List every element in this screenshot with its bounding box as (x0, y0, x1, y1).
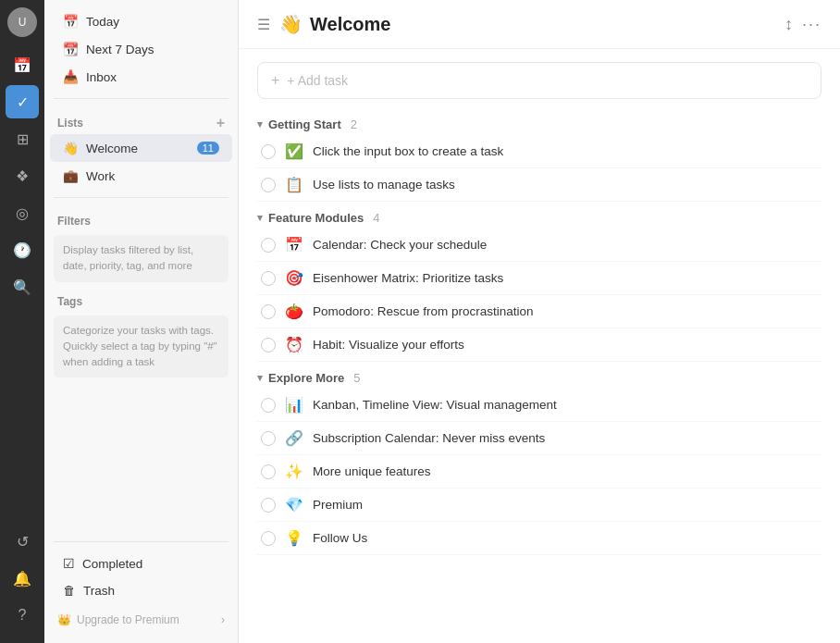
sidebar-item-completed[interactable]: ☑ Completed (50, 550, 232, 577)
target-nav-icon[interactable]: ◎ (6, 196, 39, 229)
section-feature-modules[interactable]: ▾ Feature Modules 4 (257, 202, 821, 229)
sidebar-item-label: Work (86, 169, 115, 183)
divider-3 (54, 541, 229, 542)
task-item[interactable]: 📅 Calendar: Check your schedule ≡ (257, 229, 821, 262)
sidebar-item-label: Welcome (86, 142, 138, 155)
help-nav-icon[interactable]: ? (6, 599, 39, 632)
task-item[interactable]: 💎 Premium ≡ (257, 488, 821, 522)
welcome-icon: 👋 (63, 141, 79, 155)
calendar-icon: 📅 (63, 14, 79, 29)
sidebar-item-inbox[interactable]: 📥 Inbox (50, 63, 232, 91)
task-emoji: 💎 (285, 496, 303, 513)
task-checkbox[interactable] (261, 531, 276, 546)
sort-icon[interactable]: ↕ (784, 15, 793, 34)
task-checkbox[interactable] (261, 304, 276, 319)
header-actions: ↕ ··· (784, 15, 821, 34)
filters-description: Display tasks filtered by list, date, pr… (54, 235, 229, 282)
add-icon: + (271, 72, 279, 89)
section-count: 4 (373, 211, 379, 225)
section-title: Feature Modules (268, 211, 364, 225)
completed-icon: ☑ (63, 556, 75, 571)
sidebar: 📅 Today 📆 Next 7 Days 📥 Inbox Lists + 👋 … (44, 0, 239, 643)
task-item[interactable]: 🔗 Subscription Calendar: Never miss even… (257, 422, 821, 455)
task-emoji: 🎯 (285, 269, 303, 287)
task-text: Click the input box to create a task (313, 144, 801, 158)
task-text: Calendar: Check your schedule (313, 238, 801, 252)
task-item[interactable]: ✨ More unique features ≡ (257, 455, 821, 488)
chevron-down-icon: ▾ (257, 212, 263, 224)
sidebar-item-work[interactable]: 💼 Work (50, 162, 232, 190)
sidebar-item-today[interactable]: 📅 Today (50, 7, 232, 35)
crown-icon: 👑 (57, 613, 71, 626)
lists-label: Lists (57, 117, 83, 130)
sidebar-item-next7[interactable]: 📆 Next 7 Days (50, 35, 232, 63)
task-item[interactable]: 🍅 Pomodoro: Rescue from procrastination … (257, 295, 821, 328)
task-checkbox[interactable] (261, 464, 276, 479)
sidebar-item-trash[interactable]: 🗑 Trash (50, 577, 232, 604)
filters-label: Filters (57, 215, 91, 228)
sidebar-item-label: Trash (83, 584, 115, 598)
tasks-nav-icon[interactable]: ✓ (6, 85, 39, 118)
work-icon: 💼 (63, 168, 79, 183)
task-emoji: 🍅 (285, 303, 303, 320)
task-text: Premium (313, 498, 801, 512)
grid-nav-icon[interactable]: ⊞ (6, 122, 39, 155)
task-item[interactable]: ✅ Click the input box to create a task ≡ (257, 135, 821, 168)
search-nav-icon[interactable]: 🔍 (6, 270, 39, 303)
trash-icon: 🗑 (63, 584, 76, 598)
lists-section-header: Lists + (44, 106, 238, 134)
sidebar-bottom: ☑ Completed 🗑 Trash 👑 Upgrade to Premium… (44, 534, 238, 636)
title-emoji: 👋 (279, 13, 303, 35)
add-task-bar[interactable]: + + Add task (257, 62, 821, 99)
task-checkbox[interactable] (261, 498, 276, 513)
filters-section-header: Filters (44, 205, 238, 231)
task-text: Follow Us (313, 531, 801, 545)
main-content: ☰ 👋 Welcome ↕ ··· + + Add task ▾ Getting… (239, 0, 840, 643)
bell-nav-icon[interactable]: 🔔 (6, 562, 39, 595)
apps-nav-icon[interactable]: ❖ (6, 159, 39, 192)
task-text: Eisenhower Matrix: Prioritize tasks (313, 271, 801, 285)
refresh-nav-icon[interactable]: ↺ (6, 525, 39, 558)
sidebar-item-welcome[interactable]: 👋 Welcome 11 (50, 134, 232, 162)
task-checkbox[interactable] (261, 178, 276, 192)
task-emoji: ⏰ (285, 336, 303, 353)
upgrade-label: Upgrade to Premium (77, 613, 179, 626)
tags-label: Tags (57, 295, 82, 308)
more-options-icon[interactable]: ··· (802, 15, 821, 34)
task-item[interactable]: 📋 Use lists to manage tasks ≡ (257, 168, 821, 202)
task-item[interactable]: 💡 Follow Us ≡ (257, 522, 821, 555)
task-checkbox[interactable] (261, 431, 276, 446)
chevron-down-icon: ▾ (257, 118, 263, 130)
task-emoji: 💡 (285, 529, 303, 547)
icon-bar: U 📅 ✓ ⊞ ❖ ◎ 🕐 🔍 ↺ 🔔 ? (0, 0, 44, 643)
sidebar-item-label: Next 7 Days (86, 43, 154, 56)
task-checkbox[interactable] (261, 238, 276, 253)
task-checkbox[interactable] (261, 338, 276, 352)
avatar[interactable]: U (7, 7, 37, 37)
today-nav-icon[interactable]: 📅 (6, 48, 39, 81)
section-title: Explore More (268, 371, 344, 385)
task-emoji: 📅 (285, 236, 303, 253)
add-list-button[interactable]: + (216, 116, 225, 130)
section-getting-start[interactable]: ▾ Getting Start 2 (257, 108, 821, 135)
task-text: Kanban, Timeline View: Visual management (313, 398, 801, 412)
chevron-down-icon: ▾ (257, 372, 263, 384)
upgrade-bar[interactable]: 👑 Upgrade to Premium › (44, 604, 238, 636)
page-title-area: 👋 Welcome (279, 13, 775, 35)
task-item[interactable]: 🎯 Eisenhower Matrix: Prioritize tasks ≡ (257, 262, 821, 295)
menu-icon[interactable]: ☰ (257, 16, 270, 33)
task-item[interactable]: 📊 Kanban, Timeline View: Visual manageme… (257, 389, 821, 422)
main-header: ☰ 👋 Welcome ↕ ··· (239, 0, 840, 49)
task-checkbox[interactable] (261, 144, 276, 159)
task-checkbox[interactable] (261, 398, 276, 413)
tags-description: Categorize your tasks with tags. Quickly… (54, 315, 229, 378)
tags-section-header: Tags (44, 286, 238, 312)
welcome-badge: 11 (197, 142, 219, 155)
task-checkbox[interactable] (261, 271, 276, 286)
inbox-icon: 📥 (63, 69, 79, 84)
task-item[interactable]: ⏰ Habit: Visualize your efforts ≡ (257, 328, 821, 362)
section-count: 2 (351, 117, 357, 131)
section-explore-more[interactable]: ▾ Explore More 5 (257, 362, 821, 389)
clock-nav-icon[interactable]: 🕐 (6, 233, 39, 266)
task-text: Pomodoro: Rescue from procrastination (313, 304, 801, 318)
